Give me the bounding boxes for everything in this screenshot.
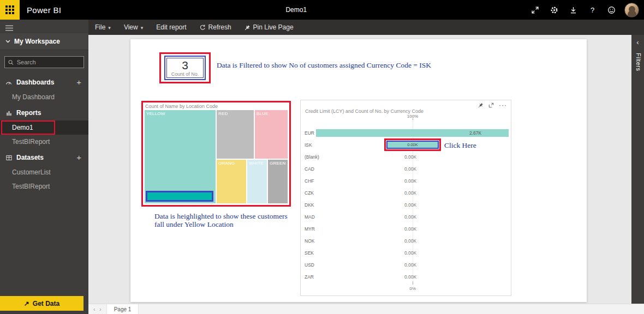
bar-category-label: CAD (305, 166, 314, 172)
workspace-label: My Workspace (14, 38, 60, 45)
chevron-down-icon (5, 40, 10, 43)
pin-live-page-button[interactable]: Pin Live Page (238, 20, 300, 35)
highlight-annotation-text: Data is heighlighted to show these custo… (154, 212, 288, 228)
sidebar-section-datasets[interactable]: Datasets + (0, 149, 88, 165)
card-visual-blue-box: 3 Count of No. (164, 56, 206, 80)
bar-row-dkk[interactable]: DKK 0.00K (301, 201, 511, 209)
workspace-sidebar: My Workspace Dashboards + My Dashboard R… (0, 20, 88, 314)
powerbi-logo-text[interactable]: Power BI (27, 5, 61, 15)
isk-bar-red-highlight-box: 0.00K (384, 138, 441, 151)
bar-row-chf[interactable]: CHF 0.00K (301, 177, 511, 185)
bar-row-sek[interactable]: SEK 0.00K (301, 249, 511, 257)
bar-row-isk[interactable]: ISK 0.00K Click Here (301, 141, 511, 149)
treemap-block-orange[interactable]: ORANG (217, 160, 246, 203)
reports-label: Reports (16, 109, 41, 117)
bar-row-myr[interactable]: MYR 0.00K (301, 225, 511, 233)
sidebar-item-testbireport-dataset[interactable]: TestBIReport (0, 179, 88, 194)
bar-value-label: 0.00K (399, 238, 422, 244)
hamburger-menu-icon[interactable] (0, 20, 88, 33)
treemap-block-label: YELLOW (146, 111, 165, 116)
workspace-header[interactable]: My Workspace (0, 33, 88, 50)
treemap-title: Count of Name by Location Code (145, 104, 218, 109)
treemap-block-label: RED (218, 111, 228, 116)
sidebar-item-testbireport[interactable]: TestBIReport (0, 135, 88, 149)
bar-category-label: EUR (305, 130, 314, 136)
feedback-smiley-icon[interactable] (602, 0, 621, 20)
bar-row-blank[interactable]: (Blank) 0.00K (301, 153, 511, 161)
bar-value-label: 0.00K (399, 250, 422, 256)
bar-row-nok[interactable]: NOK 0.00K (301, 237, 511, 245)
treemap-block-green[interactable]: GREEN (268, 160, 288, 203)
bar-value-label: 0.00K (399, 262, 422, 268)
treemap-block-blue[interactable]: BLUE (255, 110, 288, 159)
bar-row-usd[interactable]: USD 0.00K (301, 261, 511, 269)
pin-visual-icon[interactable] (478, 102, 484, 108)
refresh-button[interactable]: Refresh (193, 20, 238, 35)
bar-row-zar[interactable]: ZAR 0.00K (301, 273, 511, 281)
bar-value-label: 0.00K (399, 190, 422, 196)
treemap-block-red[interactable]: RED (217, 110, 254, 159)
bar-category-label: CZK (305, 190, 314, 196)
user-avatar[interactable] (624, 3, 639, 17)
add-dashboard-button[interactable]: + (75, 80, 83, 85)
bar-chart-title: Credit Limit (LCY) and Count of No. by C… (305, 108, 424, 114)
visual-header-actions: ··· (478, 102, 507, 108)
pin-icon (245, 25, 251, 31)
treemap-block-yellow[interactable]: YELLOW (145, 110, 216, 203)
bar-value-label: 0.00K (399, 202, 422, 208)
sidebar-item-customerlist[interactable]: CustomerList (0, 165, 88, 179)
previous-page-arrow-icon[interactable]: ‹ (93, 306, 95, 312)
chevron-down-icon: ▾ (141, 25, 144, 31)
bar-value-label: 0.00K (399, 178, 422, 184)
edit-report-button[interactable]: Edit report (150, 20, 193, 35)
view-menu[interactable]: View ▾ (117, 20, 150, 35)
sidebar-section-reports[interactable]: Reports (0, 104, 88, 120)
search-icon (8, 59, 14, 65)
fullscreen-icon[interactable] (526, 0, 545, 20)
bar-row-mad[interactable]: MAD 0.00K (301, 213, 511, 221)
get-data-button[interactable]: ↗ Get Data (0, 296, 84, 311)
gauge-icon (5, 80, 12, 85)
x-axis-min-label: 0% (402, 286, 424, 291)
focus-mode-icon[interactable] (488, 102, 494, 108)
download-icon[interactable] (564, 0, 583, 20)
top-bar: Power BI Demo1 ? (0, 0, 644, 20)
sidebar-item-demo1[interactable]: Demo1 (0, 120, 88, 135)
sidebar-search[interactable] (4, 56, 84, 68)
edit-report-label: Edit report (156, 23, 186, 31)
bar-category-label: SEK (305, 250, 314, 256)
next-page-arrow-icon[interactable]: › (99, 306, 101, 312)
get-data-label: Get Data (33, 300, 59, 307)
filters-pane-label[interactable]: Filters (634, 53, 642, 71)
bar-row-czk[interactable]: CZK 0.00K (301, 189, 511, 197)
file-menu[interactable]: File ▾ (88, 20, 117, 35)
add-dataset-button[interactable]: + (75, 155, 83, 160)
bar-value-label: 0.00K (399, 226, 422, 232)
bar-chart-visual: ··· Credit Limit (LCY) and Count of No. … (300, 100, 511, 296)
sidebar-section-dashboards[interactable]: Dashboards + (0, 74, 88, 90)
treemap-highlighted-selection-bar[interactable] (146, 191, 213, 202)
card-value: 3 (182, 59, 188, 71)
sidebar-item-my-dashboard[interactable]: My Dashboard (0, 90, 88, 104)
search-input[interactable] (17, 59, 80, 65)
get-data-arrow-icon: ↗ (24, 300, 29, 307)
bar-value-label: 2.67K (464, 130, 487, 136)
settings-gear-icon[interactable] (545, 0, 564, 20)
count-card-visual[interactable]: 3 Count of No. (166, 58, 204, 78)
bar-row-cad[interactable]: CAD 0.00K (301, 165, 511, 173)
page-navigation-bar: ‹ › Page 1 (88, 304, 644, 314)
page-tab-page1[interactable]: Page 1 (106, 304, 139, 314)
view-menu-label: View (124, 23, 138, 31)
bar-category-label: CHF (305, 178, 314, 184)
app-launcher-waffle-icon[interactable] (0, 0, 20, 20)
topbar-actions: ? (526, 0, 644, 20)
help-icon[interactable]: ? (583, 0, 602, 20)
highlight-annotation-line2: fall under Yellow Location (154, 220, 288, 228)
bar-row-eur[interactable]: EUR 2.67K (301, 129, 511, 137)
click-here-annotation: Click Here (444, 141, 476, 150)
expand-filters-chevron-icon[interactable]: ‹ (631, 35, 644, 46)
treemap-block-label: ORANG (218, 161, 235, 166)
isk-highlighted-bar[interactable]: 0.00K (386, 141, 439, 149)
more-options-ellipsis-icon[interactable]: ··· (499, 102, 507, 108)
treemap-block-white[interactable]: WHITE (247, 160, 267, 203)
